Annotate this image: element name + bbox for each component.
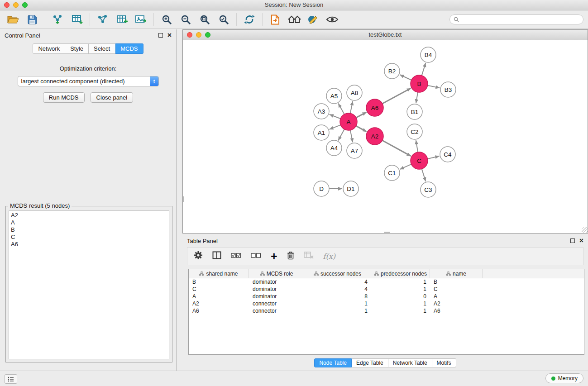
graph-node-A1[interactable]: A1 bbox=[314, 125, 329, 140]
table-cell[interactable]: A bbox=[189, 293, 249, 300]
zoom-window-button[interactable] bbox=[22, 2, 28, 8]
graph-edge-C-C2[interactable] bbox=[416, 140, 418, 152]
graph-edge-A-A8[interactable] bbox=[350, 101, 353, 114]
table-cell[interactable]: 0 bbox=[371, 293, 430, 300]
column-header-shared-name[interactable]: shared name bbox=[189, 269, 249, 278]
minimize-window-button[interactable] bbox=[13, 2, 19, 8]
table-cell[interactable]: C bbox=[430, 286, 483, 293]
mcds-result-list[interactable]: A2ABCA6 bbox=[9, 210, 169, 359]
graph-node-C1[interactable]: C1 bbox=[384, 165, 400, 181]
result-item[interactable]: B bbox=[11, 226, 167, 234]
graph-edge-B-B2[interactable] bbox=[400, 75, 411, 80]
table-cell[interactable]: A6 bbox=[189, 307, 249, 315]
new-network-button[interactable] bbox=[94, 12, 112, 27]
table-row[interactable]: A2connector11A2 bbox=[189, 300, 584, 307]
graph-edge-A6-B[interactable] bbox=[382, 88, 411, 104]
node-table[interactable]: shared nameMCDS rolesuccessor nodesprede… bbox=[188, 269, 584, 355]
tab-mcds[interactable]: MCDS bbox=[115, 43, 143, 54]
graph-edge-B-B4[interactable] bbox=[422, 63, 426, 76]
save-session-button[interactable] bbox=[23, 12, 41, 27]
network-zoom-button[interactable] bbox=[205, 32, 210, 38]
table-cell[interactable]: B bbox=[430, 278, 483, 286]
graph-edge-B-B1[interactable] bbox=[416, 92, 418, 103]
graph-edge-A-A7[interactable] bbox=[350, 130, 353, 143]
graph-node-B3[interactable]: B3 bbox=[440, 82, 456, 97]
network-window-titlebar[interactable]: testGlobe.txt bbox=[183, 30, 588, 40]
table-cell[interactable]: dominator bbox=[249, 278, 304, 286]
zoom-out-button[interactable] bbox=[177, 12, 195, 27]
zoom-selected-button[interactable] bbox=[215, 12, 233, 27]
network-close-button[interactable] bbox=[187, 32, 192, 38]
graph-edge-A2-C[interactable] bbox=[382, 140, 411, 156]
show-hide-button[interactable] bbox=[323, 12, 341, 27]
delete-table-button[interactable] bbox=[304, 251, 314, 261]
add-row-button[interactable]: + bbox=[271, 251, 277, 262]
table-cell[interactable]: 1 bbox=[371, 286, 430, 293]
graph-node-D[interactable]: D bbox=[314, 181, 329, 196]
table-cell[interactable]: 1 bbox=[304, 307, 371, 315]
table-cell[interactable]: 1 bbox=[304, 300, 371, 307]
table-cell[interactable]: 1 bbox=[371, 307, 430, 315]
graph-node-B2[interactable]: B2 bbox=[384, 63, 400, 79]
tab-node-table[interactable]: Node Table bbox=[314, 358, 352, 367]
table-row[interactable]: Adominator80A bbox=[189, 293, 584, 300]
result-item[interactable]: A2 bbox=[11, 212, 167, 219]
table-cell[interactable]: 1 bbox=[371, 278, 430, 286]
table-cell[interactable]: dominator bbox=[249, 293, 304, 300]
import-table-button[interactable] bbox=[68, 12, 86, 27]
memory-button[interactable]: Memory bbox=[545, 373, 583, 383]
close-panel-button[interactable]: Close panel bbox=[91, 92, 134, 103]
tab-motifs[interactable]: Motifs bbox=[432, 358, 456, 367]
home-button[interactable] bbox=[285, 12, 303, 27]
new-table-button[interactable] bbox=[113, 12, 131, 27]
graph-node-A6[interactable]: A6 bbox=[366, 99, 383, 116]
graph-edge-A-A4[interactable] bbox=[338, 129, 344, 141]
graph-node-C[interactable]: C bbox=[411, 152, 428, 169]
table-cell[interactable]: connector bbox=[249, 307, 304, 315]
graph-edge-C-C3[interactable] bbox=[422, 169, 426, 181]
column-header-successor-nodes[interactable]: successor nodes bbox=[304, 269, 371, 278]
table-cell[interactable]: A bbox=[430, 293, 483, 300]
graph-node-A[interactable]: A bbox=[340, 113, 357, 130]
search-input[interactable] bbox=[461, 16, 579, 23]
result-item[interactable]: C bbox=[11, 234, 167, 241]
tab-network[interactable]: Network bbox=[33, 43, 65, 54]
result-item[interactable]: A6 bbox=[11, 241, 167, 248]
open-recent-button[interactable] bbox=[266, 12, 284, 27]
table-cell[interactable]: 1 bbox=[371, 300, 430, 307]
graph-node-B[interactable]: B bbox=[411, 75, 428, 92]
annotation-button[interactable] bbox=[304, 12, 322, 27]
float-panel-icon[interactable] bbox=[158, 33, 163, 38]
table-cell[interactable]: A2 bbox=[189, 300, 249, 307]
table-cell[interactable]: B bbox=[189, 278, 249, 286]
apply-layout-button[interactable] bbox=[240, 12, 258, 27]
run-mcds-button[interactable]: Run MCDS bbox=[43, 92, 85, 103]
vertical-scroll-thumb[interactable] bbox=[183, 196, 184, 202]
graph-edge-C-C1[interactable] bbox=[400, 164, 411, 169]
table-cell[interactable]: connector bbox=[249, 300, 304, 307]
graph-node-A3[interactable]: A3 bbox=[314, 104, 329, 119]
close-panel-icon[interactable]: × bbox=[167, 32, 172, 39]
graph-node-C2[interactable]: C2 bbox=[407, 124, 422, 139]
table-cell[interactable]: dominator bbox=[249, 286, 304, 293]
resize-grip[interactable] bbox=[582, 227, 588, 233]
column-header-predecessor-nodes[interactable]: predecessor nodes bbox=[371, 269, 430, 278]
float-table-panel-icon[interactable] bbox=[570, 238, 575, 243]
graph-edge-A-A2[interactable] bbox=[356, 126, 367, 132]
network-minimize-button[interactable] bbox=[196, 32, 201, 38]
criterion-dropdown[interactable]: largest connected component (directed) ▲… bbox=[18, 76, 159, 86]
graph-edge-C-C4[interactable] bbox=[428, 156, 440, 159]
deselect-all-button[interactable] bbox=[251, 252, 261, 260]
graph-node-A8[interactable]: A8 bbox=[347, 85, 362, 100]
graph-node-A5[interactable]: A5 bbox=[326, 88, 342, 104]
graph-edge-A-A1[interactable] bbox=[330, 125, 341, 129]
table-cell[interactable]: A6 bbox=[430, 307, 483, 315]
graph-node-A2[interactable]: A2 bbox=[366, 128, 383, 145]
network-graph[interactable]: B4B2BB3A5A8A6B1A3AC2A1A2A4A7C4CC1C3DD1 bbox=[183, 40, 588, 233]
select-all-button[interactable] bbox=[231, 252, 241, 260]
table-row[interactable]: Cdominator41C bbox=[189, 286, 584, 293]
task-history-button[interactable] bbox=[5, 374, 17, 384]
tab-network-table[interactable]: Network Table bbox=[388, 358, 432, 367]
graph-node-C3[interactable]: C3 bbox=[421, 182, 436, 197]
graph-node-A4[interactable]: A4 bbox=[326, 140, 342, 156]
